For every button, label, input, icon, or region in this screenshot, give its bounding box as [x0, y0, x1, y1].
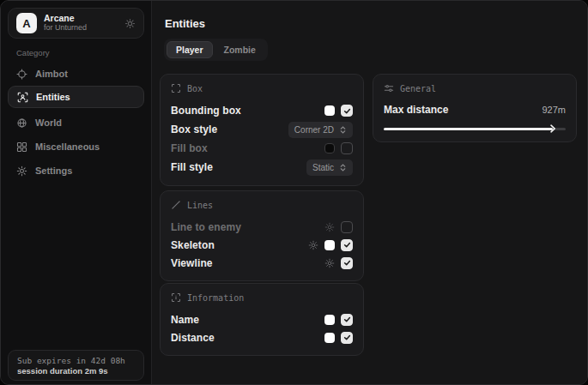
- main-content: Entities Player Zombie Box Bounding box: [152, 1, 587, 384]
- gear-icon[interactable]: [324, 258, 335, 268]
- box-card: Box Bounding box Box style Corner 2D: [160, 74, 364, 186]
- fill-style-dropdown[interactable]: Static: [306, 159, 353, 176]
- setting-row-box-style: Box style Corner 2D: [171, 120, 353, 139]
- box-card-header: Box: [171, 83, 353, 93]
- general-card-title: General: [400, 84, 436, 93]
- max-distance-slider[interactable]: [384, 124, 566, 133]
- bounding-box-checkbox[interactable]: [341, 105, 353, 117]
- setting-row-bounding-box: Bounding box: [171, 101, 353, 120]
- brand-logo: A: [16, 13, 37, 33]
- sidebar-item-settings[interactable]: Settings: [8, 159, 144, 182]
- sidebar-item-label: Miscellaneous: [35, 141, 100, 152]
- information-card-header: Information: [171, 292, 353, 303]
- lines-card-header: Lines: [171, 200, 353, 210]
- category-label: Category: [16, 48, 50, 57]
- sidebar-item-label: World: [35, 117, 62, 128]
- information-card-title: Information: [187, 293, 244, 303]
- session-duration-text: session duration 2m 9s: [17, 366, 135, 376]
- skeleton-checkbox[interactable]: [341, 239, 353, 251]
- setting-row-name: Name: [171, 310, 353, 328]
- general-card-header: General: [384, 83, 566, 93]
- setting-label: Box style: [171, 123, 217, 135]
- max-distance-label: Max distance: [384, 104, 448, 116]
- setting-row-fill-style: Fill style Static: [171, 158, 353, 177]
- sidebar-item-miscellaneous[interactable]: Miscellaneous: [8, 135, 144, 158]
- sidebar-item-aimbot[interactable]: Aimbot: [8, 63, 144, 85]
- sidebar-item-label: Entities: [36, 92, 70, 102]
- diagonal-line-icon: [171, 200, 181, 210]
- box-corners-icon: [171, 83, 181, 93]
- setting-label: Fill style: [171, 161, 213, 173]
- sidebar-item-entities[interactable]: Entities: [8, 86, 144, 108]
- gear-icon[interactable]: [124, 18, 136, 29]
- dropdown-value: Static: [312, 163, 334, 172]
- chevron-sort-icon: [339, 164, 347, 171]
- setting-label: Name: [171, 314, 199, 326]
- globe-icon: [16, 117, 27, 129]
- color-swatch[interactable]: [324, 315, 335, 325]
- name-checkbox[interactable]: [341, 314, 353, 326]
- lines-card: Lines Line to enemy Skeleton: [160, 190, 364, 281]
- slider-fill: [384, 128, 553, 130]
- sidebar-item-label: Settings: [35, 165, 72, 176]
- setting-label: Fill box: [171, 142, 208, 154]
- crosshair-icon: [16, 69, 27, 80]
- setting-label: Skeleton: [171, 239, 215, 251]
- box-style-dropdown[interactable]: Corner 2D: [288, 122, 353, 138]
- color-swatch[interactable]: [324, 143, 335, 153]
- color-swatch[interactable]: [324, 240, 335, 250]
- entity-tabs: Player Zombie: [164, 39, 268, 61]
- setting-label: Distance: [171, 332, 215, 344]
- page-title: Entities: [165, 17, 205, 30]
- setting-label: Bounding box: [171, 105, 241, 117]
- box-card-title: Box: [187, 84, 203, 93]
- brand-subtitle: for Unturned: [44, 24, 87, 33]
- gear-icon: [16, 165, 27, 177]
- setting-row-fill-box: Fill box: [171, 139, 353, 158]
- sidebar-item-world[interactable]: World: [8, 111, 144, 134]
- fill-box-checkbox[interactable]: [341, 142, 353, 154]
- lines-card-title: Lines: [187, 201, 213, 210]
- setting-row-line-to-enemy: Line to enemy: [171, 218, 353, 236]
- sidebar: A Arcane for Unturned Category Aimbot: [1, 1, 152, 384]
- tab-zombie[interactable]: Zombie: [215, 41, 265, 58]
- app-window: A Arcane for Unturned Category Aimbot: [0, 0, 588, 385]
- gear-icon[interactable]: [324, 222, 335, 232]
- max-distance-row: Max distance 927m: [384, 101, 566, 118]
- setting-row-distance: Distance: [171, 328, 353, 346]
- sub-expiry-text: Sub expires in 42d 08h: [17, 356, 135, 365]
- grid-icon: [16, 141, 27, 153]
- distance-checkbox[interactable]: [341, 332, 353, 344]
- setting-row-viewline: Viewline: [171, 254, 353, 272]
- chevron-sort-icon: [339, 126, 347, 134]
- setting-row-skeleton: Skeleton: [171, 236, 353, 254]
- line-to-enemy-checkbox[interactable]: [341, 221, 353, 233]
- sidebar-item-label: Aimbot: [35, 69, 68, 79]
- color-swatch[interactable]: [324, 105, 335, 116]
- dropdown-value: Corner 2D: [294, 125, 334, 135]
- general-card: General Max distance 927m: [373, 74, 577, 142]
- max-distance-value: 927m: [542, 105, 566, 115]
- slider-thumb[interactable]: [548, 123, 558, 134]
- viewline-checkbox[interactable]: [341, 257, 353, 269]
- setting-label: Viewline: [171, 257, 213, 269]
- brand-text: Arcane for Unturned: [44, 14, 87, 33]
- information-card: Information Name Distance: [160, 283, 364, 356]
- sliders-icon: [384, 83, 394, 93]
- brand-name: Arcane: [44, 14, 87, 24]
- gear-icon[interactable]: [308, 240, 318, 250]
- color-swatch[interactable]: [324, 333, 335, 343]
- tab-player[interactable]: Player: [167, 41, 213, 58]
- brand-card: A Arcane for Unturned: [8, 8, 144, 39]
- setting-label: Line to enemy: [171, 221, 241, 233]
- scan-icon: [17, 92, 28, 103]
- info-scan-icon: [171, 292, 181, 303]
- subscription-info-card: Sub expires in 42d 08h session duration …: [8, 350, 144, 381]
